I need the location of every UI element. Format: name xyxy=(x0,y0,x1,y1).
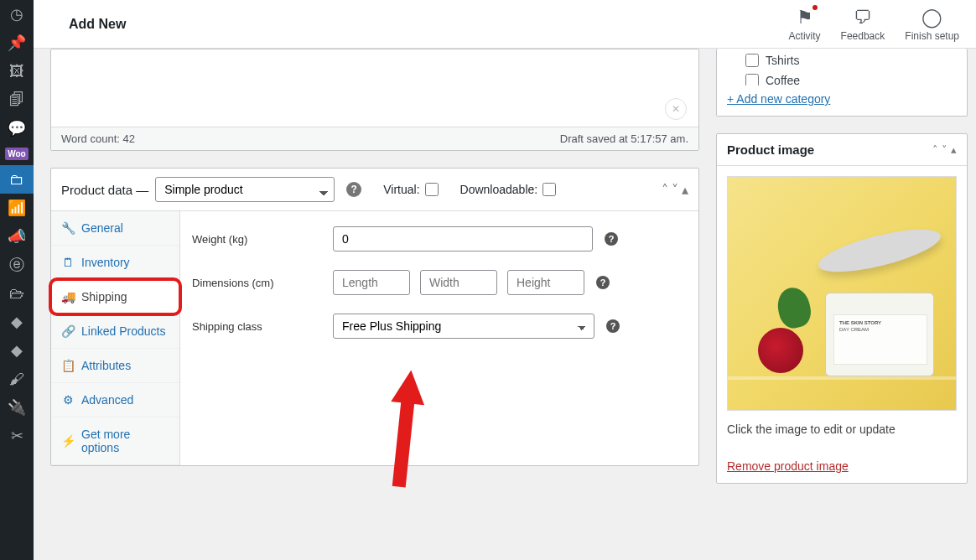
help-icon[interactable]: ? xyxy=(596,276,610,289)
weight-input[interactable] xyxy=(333,226,593,251)
product-data-tabs: 🔧General 🗒Inventory 🚚Shipping 🔗Linked Pr… xyxy=(51,211,180,465)
categories-box: Tshirts Coffee + Add new category xyxy=(716,49,968,117)
category-item[interactable]: Tshirts xyxy=(745,50,958,70)
plugins-icon[interactable]: 🔌 xyxy=(0,393,34,422)
voice-icon[interactable]: ✕ xyxy=(665,98,687,120)
help-icon[interactable]: ? xyxy=(346,182,361,197)
downloadable-checkbox[interactable] xyxy=(543,183,556,196)
chevron-up-icon[interactable]: ˄ xyxy=(932,143,938,156)
editor-body[interactable]: ✕ xyxy=(51,49,698,127)
category-checkbox[interactable] xyxy=(745,54,759,67)
marketing-icon[interactable]: 📣 xyxy=(0,222,34,251)
tab-attributes[interactable]: 📋Attributes xyxy=(51,349,179,383)
triangle-up-icon[interactable]: ▴ xyxy=(682,182,688,198)
description-editor: ✕ Word count: 42 Draft saved at 5:17:57 … xyxy=(50,49,699,151)
remove-product-image-link[interactable]: Remove product image xyxy=(727,459,849,473)
tab-advanced-label: Advanced xyxy=(81,393,133,407)
tab-attributes-label: Attributes xyxy=(81,359,131,372)
virtual-checkbox[interactable] xyxy=(425,183,439,196)
draft-saved: Draft saved at 5:17:57 am. xyxy=(560,132,688,145)
activity-label: Activity xyxy=(789,30,821,42)
feedback-button[interactable]: 🗩 Feedback xyxy=(841,7,885,42)
category-item[interactable]: Coffee xyxy=(745,70,958,86)
category-label: Tshirts xyxy=(766,54,799,67)
feedback-icon: 🗩 xyxy=(854,7,872,29)
width-input[interactable] xyxy=(420,270,497,295)
tab-linked-products[interactable]: 🔗Linked Products xyxy=(51,314,179,349)
shipping-class-label: Shipping class xyxy=(192,320,333,333)
chevron-down-icon[interactable]: ˅ xyxy=(672,182,678,198)
activity-icon: ⚑ xyxy=(797,7,813,29)
truck-icon: 🚚 xyxy=(61,290,75,303)
page-title: Add New xyxy=(69,17,126,32)
product-image-title: Product image xyxy=(727,143,814,157)
tab-shipping-label: Shipping xyxy=(81,290,127,303)
plugin1-icon[interactable]: ◆ xyxy=(0,308,34,336)
tab-getmore-label: Get more options xyxy=(81,428,169,454)
woocommerce-icon[interactable]: Woo xyxy=(5,148,28,160)
tab-linked-label: Linked Products xyxy=(81,324,165,338)
dashboard-icon[interactable]: ◷ xyxy=(0,0,34,29)
help-icon[interactable]: ? xyxy=(606,319,620,333)
tab-advanced[interactable]: ⚙Advanced xyxy=(51,383,179,417)
word-count: Word count: 42 xyxy=(61,132,135,145)
wrench-icon: 🔧 xyxy=(61,221,75,235)
virtual-label: Virtual: xyxy=(383,183,419,196)
wp-admin-sidebar: ◷ 📌 🖾 🗐 💬 Woo 🗀 📶 📣 ⓔ 🗁 ◆ ◆ 🖌 🔌 ✂ xyxy=(0,0,34,560)
category-label: Coffee xyxy=(766,74,800,86)
appearance-icon[interactable]: 🖌 xyxy=(0,365,34,393)
clipboard-icon: 🗒 xyxy=(61,256,75,269)
notification-dot xyxy=(812,5,818,10)
products-icon[interactable]: 🗀 xyxy=(0,165,34,194)
product-image-box: Product image ˄ ˅ ▴ THE SKIN STORYDAY CR… xyxy=(716,133,968,484)
chevron-up-icon[interactable]: ˄ xyxy=(662,182,668,198)
weight-label: Weight (kg) xyxy=(192,233,333,246)
tab-get-more[interactable]: ⚡Get more options xyxy=(51,417,179,465)
elementor-icon[interactable]: ⓔ xyxy=(0,251,34,279)
analytics-icon[interactable]: 📶 xyxy=(0,194,34,222)
shipping-class-select[interactable]: Free Plus Shipping xyxy=(333,314,594,339)
downloadable-label: Downloadable: xyxy=(460,183,538,196)
link-icon: 🔗 xyxy=(61,324,75,338)
activity-button[interactable]: ⚑ Activity xyxy=(789,7,821,42)
list-icon: 📋 xyxy=(61,359,75,372)
tab-inventory[interactable]: 🗒Inventory xyxy=(51,246,179,280)
tools-icon[interactable]: ✂ xyxy=(0,422,34,450)
tab-inventory-label: Inventory xyxy=(81,256,130,269)
finish-setup-icon: ◯ xyxy=(921,7,942,29)
tab-general-label: General xyxy=(81,221,123,235)
media-icon[interactable]: 🖾 xyxy=(0,57,34,86)
gear-icon: ⚙ xyxy=(61,393,75,407)
height-input[interactable] xyxy=(507,270,584,295)
add-new-category-link[interactable]: + Add new category xyxy=(717,86,967,116)
product-image-thumbnail[interactable]: THE SKIN STORYDAY CREAM xyxy=(727,176,957,411)
product-image-note: Click the image to edit or update xyxy=(727,423,957,436)
triangle-up-icon[interactable]: ▴ xyxy=(951,143,957,156)
product-data-title: Product data — xyxy=(61,183,148,197)
product-type-select[interactable]: Simple product xyxy=(155,177,335,202)
pages-icon[interactable]: 🗐 xyxy=(0,86,34,114)
templates-icon[interactable]: 🗁 xyxy=(0,279,34,308)
bolt-icon: ⚡ xyxy=(61,434,75,448)
dimensions-label: Dimensions (cm) xyxy=(192,277,333,289)
finish-setup-button[interactable]: ◯ Finish setup xyxy=(905,7,959,42)
length-input[interactable] xyxy=(333,270,410,295)
tab-general[interactable]: 🔧General xyxy=(51,211,179,246)
plugin2-icon[interactable]: ◆ xyxy=(0,336,34,365)
category-checkbox[interactable] xyxy=(745,74,759,86)
chevron-down-icon[interactable]: ˅ xyxy=(942,143,947,156)
category-list[interactable]: Tshirts Coffee xyxy=(717,49,967,86)
tab-shipping[interactable]: 🚚Shipping xyxy=(51,280,179,314)
pin-icon[interactable]: 📌 xyxy=(0,29,34,57)
feedback-label: Feedback xyxy=(841,30,885,42)
top-header: Add New ⚑ Activity 🗩 Feedback ◯ Finish s… xyxy=(34,0,976,49)
comments-icon[interactable]: 💬 xyxy=(0,114,34,143)
help-icon[interactable]: ? xyxy=(605,232,618,246)
product-data-panel: Product data — Simple product ? Virtual:… xyxy=(50,168,699,466)
finish-setup-label: Finish setup xyxy=(905,30,959,42)
